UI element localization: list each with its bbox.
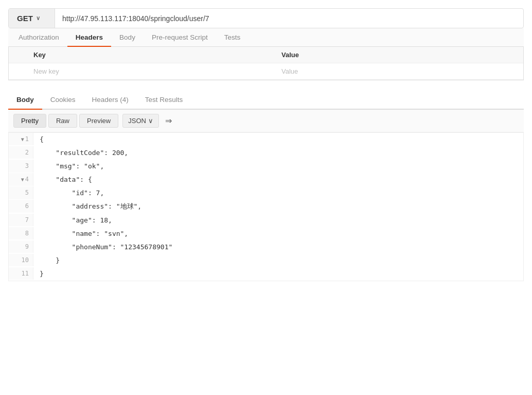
response-tab-cookies[interactable]: Cookies [42, 91, 84, 109]
line-number: 9 [9, 241, 33, 253]
format-selector[interactable]: JSON ∨ [122, 114, 159, 128]
line-number: 5 [9, 186, 33, 199]
tab-body[interactable]: Body [111, 28, 144, 46]
row-checkbox-cell [9, 63, 27, 80]
response-section: Body Cookies Headers (4) Test Results Pr… [8, 91, 524, 281]
json-viewer: ▼1{2 "resultCode": 200,3 "msg": "ok",▼4 … [8, 132, 524, 281]
format-toolbar: Pretty Raw Preview JSON ∨ ⇒ [8, 110, 524, 132]
header-checkbox-col [9, 47, 27, 63]
json-line: 7 "age": 18, [9, 214, 523, 227]
line-number: 8 [9, 227, 33, 239]
line-number: 11 [9, 267, 33, 280]
header-value-col: Value [275, 47, 523, 63]
line-content: { [33, 133, 50, 146]
line-content: "id": 7, [33, 186, 110, 200]
line-number: 6 [9, 200, 33, 212]
toggle-btn[interactable]: ▼ [21, 135, 24, 144]
json-line: ▼1{ [9, 133, 523, 146]
line-content: "name": "svn", [33, 227, 134, 241]
method-selector[interactable]: GET ∨ [9, 9, 55, 28]
line-content: } [33, 267, 50, 281]
header-key-col: Key [27, 47, 275, 63]
method-chevron-icon: ∨ [36, 15, 40, 22]
line-content: "age": 18, [33, 214, 118, 227]
json-line: 11} [9, 267, 523, 281]
response-tabs: Body Cookies Headers (4) Test Results [8, 91, 524, 110]
new-value-cell [275, 63, 523, 80]
url-bar: GET ∨ [8, 8, 524, 28]
response-tab-headers[interactable]: Headers (4) [84, 91, 137, 109]
json-line: 8 "name": "svn", [9, 227, 523, 241]
response-tab-body[interactable]: Body [8, 91, 42, 109]
new-key-input[interactable] [33, 67, 269, 75]
json-line: 9 "phoneNum": "12345678901" [9, 241, 523, 254]
response-tab-test-results[interactable]: Test Results [137, 91, 191, 109]
line-number: 2 [9, 146, 33, 159]
json-line: 5 "id": 7, [9, 186, 523, 200]
tab-authorization[interactable]: Authorization [10, 28, 67, 46]
json-line: 3 "msg": "ok", [9, 160, 523, 173]
line-content: "address": "地球", [33, 200, 148, 213]
json-line: ▼4 "data": { [9, 173, 523, 186]
line-number: 10 [9, 254, 33, 266]
format-chevron-icon: ∨ [148, 117, 153, 125]
json-line: 6 "address": "地球", [9, 200, 523, 213]
request-tabs: Authorization Headers Body Pre-request S… [8, 28, 524, 47]
tab-headers[interactable]: Headers [67, 28, 111, 46]
json-line: 2 "resultCode": 200, [9, 146, 523, 160]
line-number: ▼1 [9, 133, 33, 145]
line-number: 3 [9, 160, 33, 172]
line-number: 7 [9, 214, 33, 226]
pretty-button[interactable]: Pretty [13, 114, 46, 128]
line-number: ▼4 [9, 173, 33, 185]
line-content: "resultCode": 200, [33, 146, 134, 160]
url-input[interactable] [55, 9, 523, 28]
headers-section: Key Value [8, 47, 524, 80]
json-line: 10 } [9, 254, 523, 267]
toggle-btn[interactable]: ▼ [21, 175, 24, 184]
tab-pre-request-script[interactable]: Pre-request Script [144, 28, 216, 46]
new-header-row [9, 63, 523, 80]
line-content: "msg": "ok", [33, 160, 110, 173]
raw-button[interactable]: Raw [48, 114, 77, 128]
line-content: } [33, 254, 66, 267]
tab-tests[interactable]: Tests [216, 28, 249, 46]
headers-table: Key Value [9, 47, 523, 80]
preview-button[interactable]: Preview [79, 114, 118, 128]
wrap-icon[interactable]: ⇒ [165, 116, 172, 126]
new-key-cell [27, 63, 275, 80]
new-value-input[interactable] [281, 67, 517, 75]
method-label: GET [17, 14, 33, 23]
line-content: "data": { [33, 173, 98, 186]
line-content: "phoneNum": "12345678901" [33, 241, 179, 254]
